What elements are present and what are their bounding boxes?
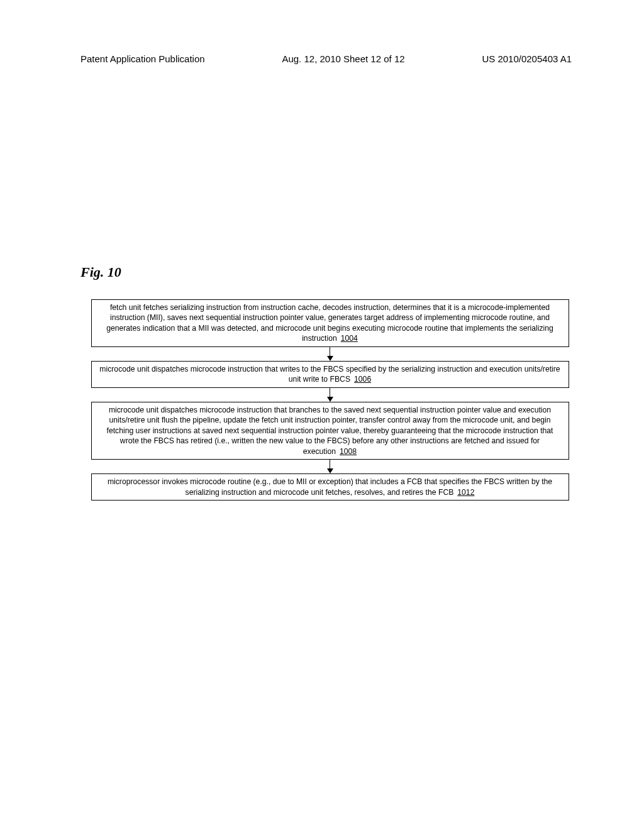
header-publication: Patent Application Publication [80, 53, 205, 64]
reference-number: 1006 [354, 375, 371, 384]
flowchart-box: microprocessor invokes microcode routine… [91, 473, 569, 501]
flowchart-box: microcode unit dispatches microcode inst… [91, 361, 569, 388]
arrow-down-icon [327, 347, 333, 361]
box-text: fetch unit fetches serializing instructi… [106, 303, 553, 343]
reference-number: 1008 [340, 447, 357, 456]
arrow-down-icon [327, 388, 333, 402]
header-patent-number: US 2010/0205403 A1 [482, 53, 572, 64]
flowchart: fetch unit fetches serializing instructi… [80, 299, 568, 501]
reference-number: 1012 [457, 488, 474, 497]
box-text: microprocessor invokes microcode routine… [108, 477, 552, 496]
box-text: microcode unit dispatches microcode inst… [99, 365, 560, 384]
content-area: Fig. 10 fetch unit fetches serializing i… [80, 264, 568, 501]
page-header: Patent Application Publication Aug. 12, … [0, 53, 644, 64]
figure-label: Fig. 10 [80, 264, 568, 280]
arrow-down-icon [327, 460, 333, 473]
box-text: microcode unit dispatches microcode inst… [107, 406, 553, 456]
reference-number: 1004 [341, 334, 358, 343]
header-date-sheet: Aug. 12, 2010 Sheet 12 of 12 [282, 53, 404, 64]
flowchart-box: microcode unit dispatches microcode inst… [91, 402, 569, 460]
flowchart-box: fetch unit fetches serializing instructi… [91, 299, 569, 347]
